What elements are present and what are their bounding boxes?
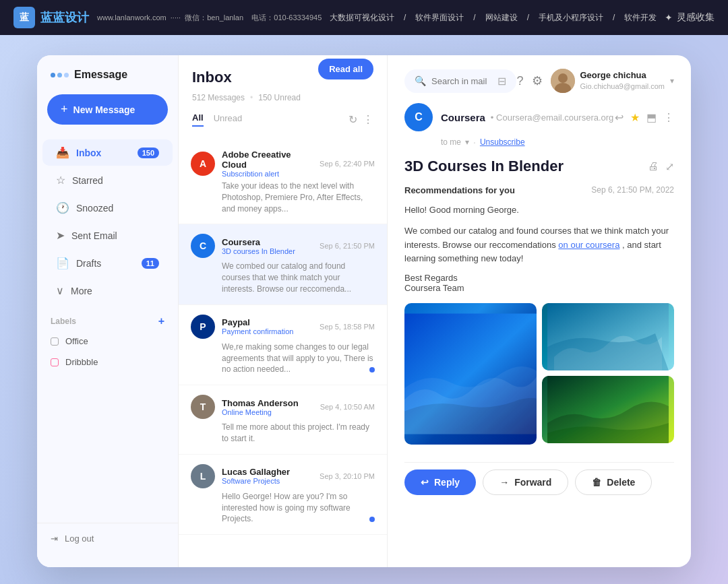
- date-thomas: Sep 4, 10:50 AM: [320, 403, 375, 411]
- email-item-header-coursera: C Coursera 3D courses In Blender Sep 6, …: [191, 234, 375, 258]
- add-label-button[interactable]: +: [158, 315, 164, 327]
- read-all-button[interactable]: Read all: [318, 59, 373, 79]
- sidebar-item-drafts-label: Drafts: [76, 258, 101, 269]
- new-message-button[interactable]: + New Message: [47, 94, 168, 125]
- sender-info-adobe: Adobe Creeative Cloud Subscribtion alert: [222, 150, 313, 178]
- avatar-thomas: T: [191, 395, 215, 419]
- detail-header: 🔍 ⊟ ? ⚙ George chichua: [404, 69, 674, 93]
- help-button[interactable]: ?: [516, 74, 523, 88]
- blue-waves-svg: [404, 303, 537, 445]
- trash-icon: 🗑: [592, 477, 601, 488]
- mail-meta-row: Recommendations for you Sep 6, 21:50 PM,…: [404, 185, 674, 195]
- mail-image-topo-green: [542, 376, 674, 443]
- external-link-button[interactable]: ⤢: [665, 160, 674, 173]
- avatar-coursera: C: [191, 234, 215, 258]
- sidebar-item-inbox[interactable]: 📥 Inbox 150: [42, 139, 173, 166]
- email-list-header: Inbox Read all 512 Messages • 150 Unread…: [179, 55, 387, 140]
- mail-footer-actions: ↩ Reply → Forward 🗑 Delete: [404, 462, 674, 495]
- topo-green-img: [542, 376, 674, 443]
- email-item-thomas[interactable]: T Thomas Anderson Online Meeting Sep 4, …: [179, 385, 387, 455]
- logout-icon: ⇥: [51, 533, 58, 544]
- forward-label: Forward: [514, 477, 551, 488]
- top-right-actions: ? ⚙ George chichua Gio.chichua9@gmail.co…: [516, 69, 674, 93]
- logout-button[interactable]: ⇥ Log out: [51, 533, 164, 544]
- reply-button[interactable]: ↩ Reply: [404, 469, 476, 495]
- subject-coursera: 3D courses In Blender: [222, 247, 313, 255]
- drafts-icon: 📄: [56, 257, 69, 269]
- star-icon: ☆: [56, 174, 65, 187]
- sidebar: Emessage + New Message 📥 Inbox 150 ☆ Sta…: [37, 55, 179, 567]
- topo-green-svg: [542, 376, 674, 443]
- tab-all[interactable]: All: [192, 112, 204, 127]
- more-icon: ∨: [56, 284, 64, 297]
- forward-icon: →: [499, 477, 509, 488]
- to-me-row: to me ▾ · Unsubscribe: [404, 137, 674, 148]
- mail-from-left: C Coursera • Coursera@email.coursera.org: [404, 103, 613, 131]
- mail-actions-right: ↩ ★ ⬒ ⋮: [615, 111, 674, 124]
- linggan-section: ✦ 灵感收集: [665, 11, 715, 24]
- preview-paypal: We,re making some changes to our legal a…: [191, 342, 375, 375]
- subject-paypal: Payment confirmation: [222, 327, 313, 335]
- user-avatar-img: [551, 69, 575, 93]
- more-mail-button[interactable]: ⋮: [663, 111, 674, 124]
- email-item-adobe[interactable]: A Adobe Creeative Cloud Subscribtion ale…: [179, 140, 387, 224]
- sidebar-item-starred[interactable]: ☆ Starred: [42, 167, 173, 193]
- office-label: Office: [65, 336, 88, 346]
- sidebar-item-drafts[interactable]: 📄 Drafts 11: [42, 250, 173, 276]
- email-item-paypal[interactable]: P Paypal Payment confirmation Sep 5, 18:…: [179, 305, 387, 385]
- filter-icon[interactable]: ⊟: [497, 75, 506, 88]
- search-input[interactable]: [431, 76, 492, 86]
- email-item-lucas[interactable]: L Lucas Gallagher Software Projects Sep …: [179, 455, 387, 535]
- search-icon: 🔍: [415, 75, 426, 86]
- avatar-lucas: L: [191, 464, 215, 488]
- dribbble-label: Dribbble: [65, 357, 98, 367]
- delete-label: Delete: [607, 477, 635, 488]
- svg-point-1: [558, 73, 568, 83]
- mail-subject: 3D Courses In Blender 🖨 ⤢: [404, 158, 674, 175]
- forward-button[interactable]: → Forward: [483, 469, 568, 495]
- email-item-coursera[interactable]: C Coursera 3D courses In Blender Sep 6, …: [179, 224, 387, 304]
- sidebar-item-more-label: More: [71, 286, 92, 296]
- sender-email: • Coursera@email.coursera.org: [491, 112, 614, 123]
- sidebar-item-office[interactable]: Office: [37, 331, 178, 352]
- mail-link[interactable]: on our coursera: [558, 240, 619, 250]
- plus-icon: +: [61, 102, 68, 117]
- inbox-title: Inbox: [192, 69, 232, 86]
- star-button[interactable]: ★: [630, 111, 640, 124]
- sidebar-item-sent[interactable]: ➤ Sent Email: [42, 222, 173, 249]
- sidebar-item-dribbble[interactable]: Dribbble: [37, 352, 178, 372]
- user-profile[interactable]: George chichua Gio.chichua9@gmail.com ▾: [551, 69, 675, 93]
- date-adobe: Sep 6, 22:40 PM: [320, 160, 375, 168]
- reply-icon-button[interactable]: ↩: [615, 111, 624, 124]
- avatar-paypal: P: [191, 315, 215, 339]
- date-coursera: Sep 6, 21:50 PM: [320, 242, 375, 250]
- tab-unread[interactable]: Unread: [214, 113, 243, 126]
- print-button[interactable]: 🖨: [648, 160, 659, 173]
- settings-button[interactable]: ⚙: [532, 73, 543, 88]
- office-dot: [51, 337, 59, 346]
- sender-info-lucas: Lucas Gallagher Software Projects: [222, 467, 313, 485]
- topo-blue-img: [542, 303, 674, 370]
- mail-subject-icons: 🖨 ⤢: [648, 160, 674, 173]
- subject-thomas: Online Meeting: [222, 408, 313, 416]
- mail-content: C Coursera • Coursera@email.coursera.org…: [404, 103, 674, 554]
- sidebar-title: Emessage: [74, 69, 127, 81]
- sent-icon: ➤: [56, 229, 65, 242]
- mail-subject-text: 3D Courses In Blender: [404, 158, 564, 175]
- unsubscribe-link[interactable]: Unsubscribe: [480, 137, 525, 147]
- delete-button[interactable]: 🗑 Delete: [575, 469, 652, 495]
- message-count: 512 Messages: [192, 93, 245, 102]
- date-paypal: Sep 5, 18:58 PM: [320, 323, 375, 331]
- archive-button[interactable]: ⬒: [646, 111, 657, 124]
- sidebar-item-inbox-label: Inbox: [76, 148, 101, 158]
- preview-adobe: Take your ideas to the next level with P…: [191, 181, 375, 214]
- inbox-meta: 512 Messages • 150 Unread: [192, 93, 373, 102]
- sender-info-coursera: Coursera 3D courses In Blender: [222, 237, 313, 255]
- sidebar-item-more[interactable]: ∨ More: [42, 278, 173, 304]
- inbox-icon: 📥: [56, 146, 69, 159]
- email-detail: 🔍 ⊟ ? ⚙ George chichua: [388, 55, 691, 567]
- user-email: Gio.chichua9@gmail.com: [580, 82, 665, 91]
- refresh-button[interactable]: ↻: [348, 113, 357, 126]
- more-options-button[interactable]: ⋮: [363, 113, 373, 126]
- sidebar-item-snoozed[interactable]: 🕐 Snoozed: [42, 195, 173, 221]
